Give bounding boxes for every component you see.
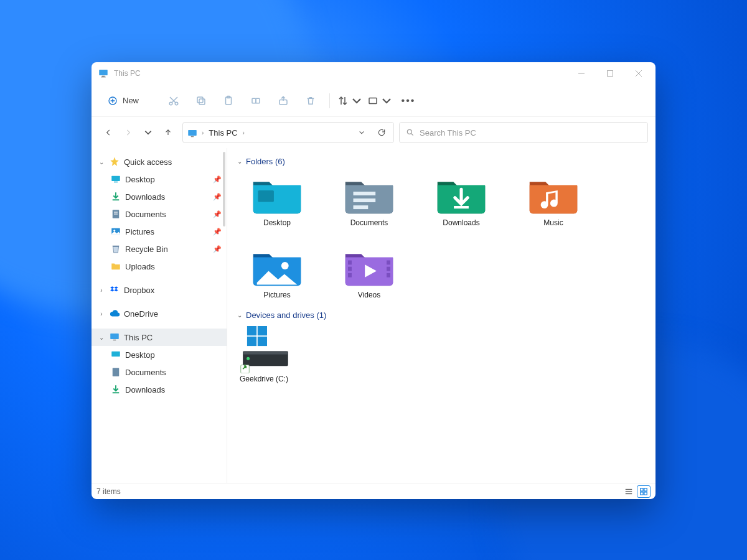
share-button[interactable]	[271, 88, 296, 113]
recent-dropdown[interactable]	[139, 123, 157, 142]
svg-rect-21	[369, 98, 377, 103]
svg-rect-22	[188, 130, 197, 136]
search-box[interactable]	[399, 122, 648, 143]
address-bar: › This PC ›	[92, 117, 655, 148]
copy-button[interactable]	[189, 88, 214, 113]
svg-point-45	[281, 262, 289, 269]
close-button[interactable]	[624, 62, 653, 85]
folder-videos[interactable]: Videos	[332, 245, 406, 299]
drive-icon	[240, 326, 294, 373]
desktop-icon	[110, 174, 121, 185]
cut-button[interactable]	[161, 88, 186, 113]
refresh-button[interactable]	[374, 128, 390, 137]
sidebar-item-tpc-documents[interactable]: Documents	[92, 363, 227, 381]
svg-rect-51	[387, 273, 390, 278]
sidebar-item-tpc-downloads[interactable]: Downloads	[92, 381, 227, 398]
breadcrumb-item[interactable]: This PC	[207, 127, 238, 139]
folder-pictures[interactable]: Pictures	[240, 245, 314, 299]
download-icon	[110, 384, 121, 395]
window-title: This PC	[114, 69, 141, 78]
svg-rect-35	[110, 334, 119, 339]
new-button[interactable]: New	[99, 90, 148, 111]
sidebar-item-documents[interactable]: Documents 📌	[92, 205, 227, 223]
section-folders-header[interactable]: ⌄ Folders (6)	[237, 157, 646, 166]
sidebar-item-desktop[interactable]: Desktop 📌	[92, 170, 227, 188]
folder-music[interactable]: Music	[516, 172, 591, 227]
chevron-down-icon: ⌄	[237, 312, 242, 319]
minimize-button[interactable]	[567, 62, 596, 85]
status-bar: 7 items	[92, 483, 655, 499]
view-button[interactable]	[366, 88, 393, 113]
back-button[interactable]	[99, 123, 118, 142]
breadcrumb[interactable]: › This PC ›	[182, 122, 394, 143]
folder-downloads[interactable]: Downloads	[424, 172, 499, 227]
delete-button[interactable]	[298, 88, 323, 113]
cloud-icon	[109, 308, 120, 319]
sidebar-item-quick-access[interactable]: ⌄ Quick access	[92, 153, 227, 170]
svg-point-58	[247, 357, 250, 360]
sidebar-item-recycle-bin[interactable]: Recycle Bin 📌	[92, 240, 227, 258]
pin-icon: 📌	[213, 228, 222, 236]
svg-rect-53	[258, 326, 267, 335]
svg-rect-18	[252, 98, 256, 103]
documents-folder-icon	[342, 172, 397, 215]
chevron-right-icon: ›	[202, 129, 204, 136]
section-drives-header[interactable]: ⌄ Devices and drives (1)	[237, 310, 646, 320]
pictures-folder-icon	[250, 245, 304, 287]
paste-button[interactable]	[216, 88, 241, 113]
chevron-right-icon[interactable]: ›	[98, 310, 105, 317]
sidebar-item-pictures[interactable]: Pictures 📌	[92, 223, 227, 240]
downloads-folder-icon	[434, 172, 489, 215]
svg-rect-57	[243, 352, 288, 355]
folder-desktop[interactable]: Desktop	[240, 172, 314, 227]
star-icon	[109, 156, 120, 167]
pin-icon: 📌	[213, 175, 222, 184]
sort-button[interactable]	[336, 88, 364, 113]
icons-view-button[interactable]	[637, 485, 651, 498]
titlebar: This PC	[92, 62, 655, 85]
svg-rect-37	[111, 352, 120, 357]
up-button[interactable]	[159, 123, 177, 142]
item-count: 7 items	[96, 487, 121, 496]
pin-icon: 📌	[213, 193, 222, 201]
scrollbar[interactable]	[223, 152, 225, 226]
search-input[interactable]	[420, 128, 641, 138]
document-icon	[110, 208, 121, 220]
drive-c[interactable]: Geekdrive (C:)	[237, 326, 318, 383]
pictures-icon	[110, 226, 121, 237]
sidebar-item-uploads[interactable]: Uploads	[92, 258, 227, 275]
folder-documents[interactable]: Documents	[332, 172, 406, 227]
rename-button[interactable]	[243, 88, 268, 113]
svg-rect-23	[191, 136, 194, 138]
folder-icon	[110, 261, 121, 272]
svg-rect-15	[197, 97, 203, 103]
maximize-button[interactable]	[596, 62, 624, 85]
chevron-down-icon[interactable]: ⌄	[98, 334, 105, 341]
chevron-down-icon[interactable]: ⌄	[98, 159, 105, 166]
toolbar: New •••	[92, 85, 655, 117]
this-pc-icon	[187, 128, 198, 137]
sidebar-item-tpc-desktop[interactable]: Desktop	[92, 346, 227, 363]
forward-button[interactable]	[119, 123, 138, 142]
svg-rect-38	[113, 368, 120, 376]
music-folder-icon	[526, 172, 581, 215]
svg-rect-14	[199, 99, 205, 105]
sidebar-item-downloads[interactable]: Downloads 📌	[92, 188, 227, 205]
chevron-right-icon[interactable]: ›	[98, 287, 105, 294]
details-view-button[interactable]	[622, 485, 636, 498]
address-dropdown[interactable]	[354, 129, 370, 136]
sidebar-item-onedrive[interactable]: › OneDrive	[92, 305, 227, 322]
pin-icon: 📌	[213, 210, 222, 218]
sidebar-item-dropbox[interactable]: › Dropbox	[92, 281, 227, 299]
svg-rect-63	[641, 488, 643, 490]
pin-icon: 📌	[213, 245, 222, 253]
more-button[interactable]: •••	[396, 95, 421, 106]
sidebar-item-this-pc[interactable]: ⌄ This PC	[92, 329, 227, 346]
this-pc-icon	[98, 68, 109, 79]
svg-rect-50	[387, 267, 390, 271]
chevron-right-icon[interactable]: ›	[243, 129, 245, 136]
dropbox-icon	[109, 284, 120, 296]
sidebar: ⌄ Quick access Desktop 📌 Downloads 📌	[92, 148, 227, 483]
desktop-folder-icon	[250, 172, 304, 215]
svg-rect-19	[256, 98, 260, 103]
